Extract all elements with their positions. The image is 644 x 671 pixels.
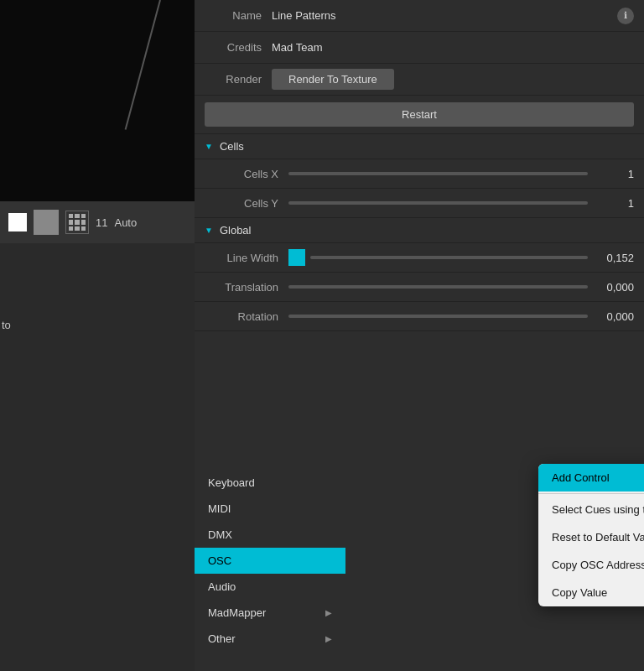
name-label: Name [205,9,272,22]
line-width-value: 0,152 [588,252,634,264]
context-copy-osc-label: Copy OSC Address [552,559,644,571]
context-add-control[interactable]: Add Control ▶ [538,464,644,492]
menu-item-osc[interactable]: OSC [195,548,345,574]
gray-square-icon [34,210,59,235]
menu-item-midi[interactable]: MIDI [195,496,345,522]
context-copy-value-label: Copy Value [552,586,607,599]
rotation-slider[interactable] [288,315,588,318]
menu-item-audio[interactable]: Audio [195,574,345,600]
translation-label: Translation [205,281,288,294]
info-button[interactable]: ℹ [617,8,634,24]
global-section-header[interactable]: ▼ Global [195,218,644,243]
to-label: to [2,319,11,331]
rotation-label: Rotation [205,310,288,323]
context-add-control-label: Add Control [552,471,610,484]
menu-other-arrow-icon: ▶ [325,634,332,643]
restart-container: Restart [195,96,644,134]
context-copy-value[interactable]: Copy Value [538,579,644,606]
toolbar-number: 11 [96,216,107,229]
cells-label: Cells [220,140,244,153]
credits-label: Credits [205,41,272,54]
grid-icon[interactable] [65,211,89,234]
menu-madmapper-arrow-icon: ▶ [325,608,332,617]
menu-keyboard-label: Keyboard [208,476,255,489]
white-square-icon [8,213,27,231]
global-label: Global [220,224,252,237]
cells-y-value: 1 [588,197,634,210]
render-button[interactable]: Render To Texture [272,69,394,90]
line-width-color-swatch[interactable] [288,249,305,266]
context-reset-default[interactable]: Reset to Default Value [538,523,644,551]
cells-arrow-icon: ▼ [205,142,213,151]
translation-value: 0,000 [588,281,634,294]
restart-button[interactable]: Restart [205,102,634,127]
left-panel: 11 Auto to [0,0,195,671]
menu-other-label: Other [208,632,236,645]
render-row: Render Render To Texture [195,64,644,96]
credits-row: Credits Mad Team [195,32,644,64]
context-reset-label: Reset to Default Value [552,531,644,544]
toolbar-row: 11 Auto [0,201,195,243]
context-copy-osc[interactable]: Copy OSC Address [538,551,644,579]
line-width-slider[interactable] [310,256,588,259]
rotation-value: 0,000 [588,310,634,323]
toolbar-auto: Auto [114,216,137,229]
context-divider-1 [538,493,644,494]
cells-y-row: Cells Y 1 [195,189,644,218]
rotation-row: Rotation 0,000 [195,302,644,331]
context-select-cues-label: Select Cues using this setting [552,503,644,516]
cells-x-value: 1 [588,168,634,180]
menu-dmx-label: DMX [208,528,232,541]
context-select-cues[interactable]: Select Cues using this setting [538,496,644,523]
cells-x-slider[interactable] [288,172,588,175]
context-popup-menu: Add Control ▶ Select Cues using this set… [538,464,644,606]
cells-section-header[interactable]: ▼ Cells [195,134,644,159]
left-bottom: 11 Auto [0,201,195,671]
credits-value: Mad Team [272,41,322,54]
name-value: Line Patterns [272,9,336,22]
cells-y-slider[interactable] [288,201,588,205]
cells-x-row: Cells X 1 [195,159,644,189]
preview-line [125,0,161,130]
preview-area [0,0,195,201]
left-context-menu: Keyboard MIDI DMX OSC Audio MadMapper ▶ … [195,470,345,652]
menu-item-madmapper[interactable]: MadMapper ▶ [195,600,345,626]
render-label: Render [205,73,272,86]
right-panel: Name Line Patterns ℹ Credits Mad Team Re… [195,0,644,671]
global-arrow-icon: ▼ [205,226,213,235]
line-width-label: Line Width [205,252,288,264]
menu-item-dmx[interactable]: DMX [195,522,345,548]
translation-row: Translation 0,000 [195,273,644,302]
name-row: Name Line Patterns ℹ [195,0,644,32]
menu-madmapper-label: MadMapper [208,606,266,619]
menu-osc-label: OSC [208,554,231,567]
cells-y-label: Cells Y [205,197,288,210]
line-width-row: Line Width 0,152 [195,243,644,273]
menu-midi-label: MIDI [208,502,231,515]
menu-audio-label: Audio [208,580,236,593]
menu-item-keyboard[interactable]: Keyboard [195,470,345,496]
cells-x-label: Cells X [205,168,288,180]
menu-item-other[interactable]: Other ▶ [195,626,345,652]
translation-slider[interactable] [288,285,588,289]
